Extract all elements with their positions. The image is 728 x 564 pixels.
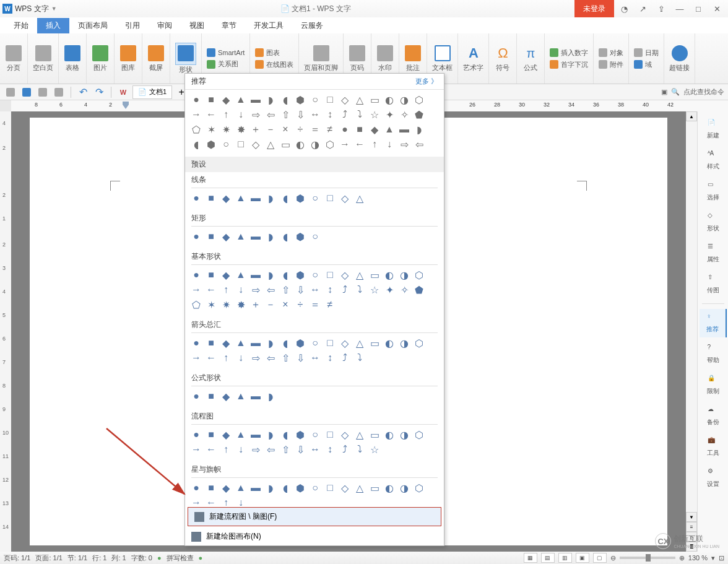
shape-item[interactable]: ← xyxy=(204,350,219,365)
shape-item[interactable]: ⬠ xyxy=(189,297,204,312)
tab-view[interactable]: 视图 xyxy=(181,18,213,33)
shape-item[interactable]: ◆ xyxy=(367,122,382,137)
ribbon-gallery[interactable]: 图库 xyxy=(115,33,142,84)
shape-item[interactable]: ● xyxy=(189,336,204,350)
ribbon-table[interactable]: 表格 xyxy=(59,33,87,84)
shape-item[interactable]: ⇦ xyxy=(412,137,427,152)
shape-item[interactable]: ✸ xyxy=(233,297,248,312)
shape-item[interactable]: ◗ xyxy=(263,427,278,442)
shape-item[interactable]: ◗ xyxy=(263,480,278,495)
shape-item[interactable]: ◇ xyxy=(337,191,352,206)
shape-item[interactable]: ○ xyxy=(308,427,323,442)
shape-item[interactable]: ◗ xyxy=(263,389,278,404)
ribbon-screenshot[interactable]: 截屏 xyxy=(142,33,170,84)
shape-item[interactable]: ↓ xyxy=(233,282,248,297)
shape-item[interactable]: ◑ xyxy=(308,137,323,152)
shape-item[interactable]: ◐ xyxy=(382,267,397,282)
shape-item[interactable]: ⬡ xyxy=(323,137,337,152)
sidepanel-style[interactable]: ᴬA样式 xyxy=(700,146,727,175)
tab-chapter[interactable]: 章节 xyxy=(213,18,245,33)
shape-item[interactable]: ◆ xyxy=(219,267,233,282)
shape-item[interactable]: ⤴ xyxy=(337,282,352,297)
shape-item[interactable]: ↓ xyxy=(233,350,248,365)
shape-item[interactable]: ■ xyxy=(204,191,219,206)
shape-item[interactable]: ⇩ xyxy=(293,442,308,457)
shape-item[interactable]: ↓ xyxy=(382,137,397,152)
doc-tab[interactable]: 📄 文档1 xyxy=(132,85,172,99)
shape-item[interactable]: ⤴ xyxy=(337,107,352,122)
shape-item[interactable]: ◇ xyxy=(337,427,352,442)
shape-item[interactable]: ● xyxy=(189,267,204,282)
qat-undo-icon[interactable]: ↶ xyxy=(76,86,90,98)
shape-item[interactable]: △ xyxy=(352,427,367,442)
shape-item[interactable]: ↔ xyxy=(308,350,323,365)
shape-item[interactable]: □ xyxy=(323,336,337,350)
tab-review[interactable]: 审阅 xyxy=(149,18,181,33)
shape-item[interactable]: ← xyxy=(204,442,219,457)
shape-item[interactable]: ⬢ xyxy=(293,427,308,442)
shape-item[interactable]: △ xyxy=(352,191,367,206)
tab-devtools[interactable]: 开发工具 xyxy=(245,18,292,33)
shape-item[interactable]: ⤴ xyxy=(337,350,352,365)
ribbon-object[interactable]: 对象 xyxy=(596,48,626,58)
shape-item[interactable]: ◖ xyxy=(278,336,293,350)
zoom-slider[interactable] xyxy=(620,557,675,559)
action-new-flowchart[interactable]: 新建流程图 \ 脑图(F) xyxy=(188,507,441,526)
shape-item[interactable]: ⬡ xyxy=(412,336,427,350)
tab-start[interactable]: 开始 xyxy=(5,18,37,33)
shape-item[interactable]: ▲ xyxy=(233,267,248,282)
sidepanel-attr[interactable]: ☰属性 xyxy=(700,239,727,267)
shape-item[interactable]: ■ xyxy=(204,427,219,442)
shape-item[interactable]: ✷ xyxy=(219,122,233,137)
shape-item[interactable]: □ xyxy=(323,480,337,495)
sidepanel-settings[interactable]: ⚙设置 xyxy=(700,464,727,492)
view-print-icon[interactable]: ▦ xyxy=(524,553,537,563)
shape-item[interactable]: ◑ xyxy=(397,336,412,350)
ribbon-field[interactable]: 域 xyxy=(631,59,661,70)
shape-item[interactable]: ▭ xyxy=(367,336,382,350)
shape-item[interactable]: × xyxy=(278,297,293,312)
tab-layout[interactable]: 页面布局 xyxy=(69,18,116,33)
tab-cloud[interactable]: 云服务 xyxy=(292,18,332,33)
qat-redo-icon[interactable]: ↷ xyxy=(92,86,106,98)
shape-item[interactable]: □ xyxy=(323,92,337,107)
shape-item[interactable]: ▲ xyxy=(233,191,248,206)
shape-item[interactable]: △ xyxy=(352,336,367,350)
ribbon-picture[interactable]: 图片 xyxy=(87,33,115,84)
export-icon[interactable]: ⇪ xyxy=(652,2,670,15)
shape-item[interactable]: ● xyxy=(189,389,204,404)
ribbon-chart[interactable]: 图表 xyxy=(253,48,296,58)
shape-item[interactable]: ◆ xyxy=(219,389,233,404)
shape-item[interactable]: ← xyxy=(204,282,219,297)
shape-item[interactable]: ■ xyxy=(204,480,219,495)
shape-item[interactable]: ○ xyxy=(308,92,323,107)
shape-item[interactable]: ○ xyxy=(308,336,323,350)
vertical-scrollbar[interactable]: ▲ ▼ ≡ ○ ≣ xyxy=(686,111,697,552)
sidepanel-upload[interactable]: ⇧传图 xyxy=(700,270,727,298)
shape-item[interactable]: ▲ xyxy=(382,122,397,137)
shape-item[interactable]: ⇨ xyxy=(248,442,263,457)
sidepanel-shape[interactable]: ◇形状 xyxy=(700,208,727,236)
shape-item[interactable]: ■ xyxy=(204,267,219,282)
shape-item[interactable]: ▬ xyxy=(248,389,263,404)
shape-item[interactable]: → xyxy=(189,107,204,122)
shape-item[interactable]: ↔ xyxy=(308,107,323,122)
shape-item[interactable]: ● xyxy=(337,122,352,137)
shape-item[interactable]: □ xyxy=(323,427,337,442)
status-col[interactable]: 列: 1 xyxy=(111,553,126,563)
shape-item[interactable]: ☆ xyxy=(367,442,382,457)
shape-item[interactable]: － xyxy=(263,297,278,312)
shape-item[interactable]: △ xyxy=(263,137,278,152)
shape-item[interactable]: ⇧ xyxy=(278,282,293,297)
shape-item[interactable]: ▬ xyxy=(248,267,263,282)
shape-item[interactable]: ↑ xyxy=(219,107,233,122)
shape-item[interactable]: ◑ xyxy=(397,427,412,442)
shape-item[interactable]: ↓ xyxy=(233,107,248,122)
shape-item[interactable]: → xyxy=(189,350,204,365)
zoom-out-icon[interactable]: ⊖ xyxy=(610,554,616,562)
qat-toggle-icon[interactable]: ▣ xyxy=(661,88,667,96)
shape-item[interactable]: ▲ xyxy=(233,92,248,107)
shape-item[interactable]: ◖ xyxy=(278,267,293,282)
shape-item[interactable]: ↓ xyxy=(233,442,248,457)
status-chars[interactable]: 字数: 0 xyxy=(131,553,152,563)
